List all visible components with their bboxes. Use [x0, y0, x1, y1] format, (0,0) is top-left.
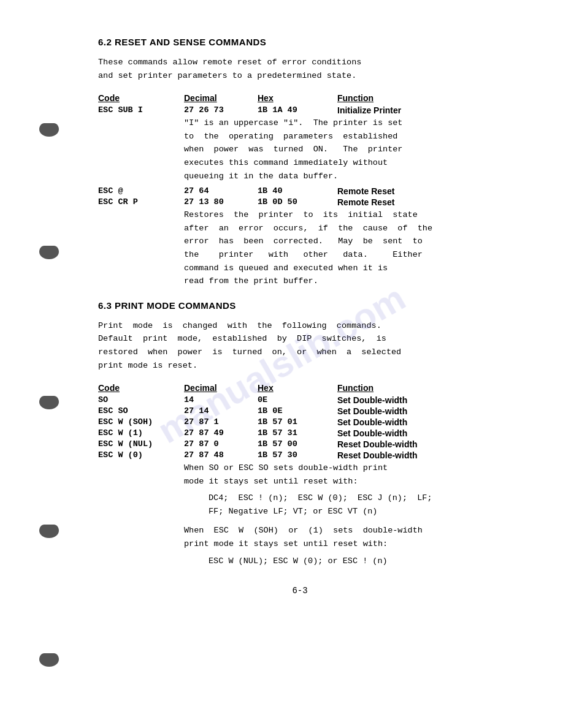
col-header-function-2: Function	[337, 383, 502, 393]
code-cell-esc-cr-p: ESC CR P	[98, 197, 184, 207]
code-cell-esc-w-nul: ESC W (NUL)	[98, 439, 184, 449]
hex-cell-esc-w-1: 1B 57 31	[258, 428, 337, 438]
thumb-icon-4	[37, 521, 61, 539]
hex-cell-esc-w-soh: 1B 57 01	[258, 417, 337, 427]
code-cell-esc-sub-i: ESC SUB I	[98, 105, 184, 115]
decimal-cell-esc-sub-i: 27 26 73	[184, 105, 258, 115]
table-row: ESC W (SOH) 27 87 1 1B 57 01 Set Double-…	[98, 417, 502, 427]
col-header-function-1: Function	[337, 93, 502, 103]
code-cell-esc-w-soh: ESC W (SOH)	[98, 417, 184, 427]
decimal-cell-esc-w-soh: 27 87 1	[184, 417, 258, 427]
section-62-title: 6.2 RESET AND SENSE COMMANDS	[98, 37, 502, 47]
table-1-header: Code Decimal Hex Function	[98, 93, 502, 103]
section-63-intro: Print mode is changed with the following…	[98, 319, 502, 372]
hex-cell-esc-w-0: 1B 57 30	[258, 450, 337, 460]
thumb-icon-3	[37, 392, 61, 411]
table-row: ESC SUB I 27 26 73 1B 1A 49 Initialize P…	[98, 105, 502, 115]
function-cell-esc-w-1: Set Double-width	[337, 428, 502, 438]
page-number: 6-3	[98, 586, 502, 596]
code-cell-esc-so: ESC SO	[98, 406, 184, 415]
desc-esc-sub-i: "I" is an uppercase "i". The printer is …	[184, 116, 502, 183]
table-row: ESC @ 27 64 1B 40 Remote Reset	[98, 186, 502, 196]
code-cell-esc-at: ESC @	[98, 186, 184, 195]
function-cell-esc-w-soh: Set Double-width	[337, 417, 502, 427]
table-2-header: Code Decimal Hex Function	[98, 383, 502, 393]
desc-so-reset-list: DC4; ESC ! (n); ESC W (0); ESC J (n); LF…	[209, 491, 502, 518]
page: manualslib.com 6.2 RESET AND SENSE COMMA…	[0, 0, 563, 632]
col-header-hex-1: Hex	[258, 93, 337, 103]
table-row: ESC W (0) 27 87 48 1B 57 30 Reset Double…	[98, 450, 502, 460]
desc-esc-remote-reset: Restores the printer to its initial stat…	[184, 208, 502, 288]
desc-esc-w-reset-list: ESC W (NUL); ESC W (0); or ESC ! (n)	[209, 555, 502, 568]
table-row: ESC W (1) 27 87 49 1B 57 31 Set Double-w…	[98, 428, 502, 438]
decimal-cell-esc-cr-p: 27 13 80	[184, 197, 258, 207]
hex-cell-esc-w-nul: 1B 57 00	[258, 439, 337, 449]
table-row: SO 14 0E Set Double-width	[98, 395, 502, 405]
function-cell-esc-w-0: Reset Double-width	[337, 450, 502, 460]
desc-esc-w-soh-1: When ESC W (SOH) or (1) sets double-widt…	[184, 524, 502, 550]
hex-cell-esc-at: 1B 40	[258, 186, 337, 195]
hex-cell-so: 0E	[258, 395, 337, 404]
col-header-decimal-2: Decimal	[184, 383, 258, 393]
section-62-intro: These commands allow remote reset of err…	[98, 56, 502, 82]
table-2: Code Decimal Hex Function SO 14 0E Set D…	[98, 383, 502, 567]
code-cell-esc-w-0: ESC W (0)	[98, 450, 184, 460]
decimal-cell-esc-so: 27 14	[184, 406, 258, 415]
decimal-cell-esc-at: 27 64	[184, 186, 258, 195]
table-1: Code Decimal Hex Function ESC SUB I 27 2…	[98, 93, 502, 288]
decimal-cell-esc-w-1: 27 87 49	[184, 428, 258, 438]
hex-cell-esc-so: 1B 0E	[258, 406, 337, 415]
table-row: ESC CR P 27 13 80 1B 0D 50 Remote Reset	[98, 197, 502, 207]
function-cell-esc-w-nul: Reset Double-width	[337, 439, 502, 449]
col-header-decimal-1: Decimal	[184, 93, 258, 103]
table-row: ESC SO 27 14 1B 0E Set Double-width	[98, 406, 502, 416]
section-63-title: 6.3 PRINT MODE COMMANDS	[98, 300, 502, 311]
col-header-hex-2: Hex	[258, 383, 337, 393]
decimal-cell-esc-w-0: 27 87 48	[184, 450, 258, 460]
decimal-cell-so: 14	[184, 395, 258, 404]
hex-cell-esc-cr-p: 1B 0D 50	[258, 197, 337, 207]
function-cell-esc-at: Remote Reset	[337, 186, 502, 196]
section-62: 6.2 RESET AND SENSE COMMANDS These comma…	[98, 37, 502, 288]
function-cell-esc-cr-p: Remote Reset	[337, 197, 502, 207]
section-63: 6.3 PRINT MODE COMMANDS Print mode is ch…	[98, 300, 502, 568]
code-cell-esc-w-1: ESC W (1)	[98, 428, 184, 438]
thumb-icon-1	[37, 119, 61, 138]
col-header-code-2: Code	[98, 383, 184, 393]
function-cell-esc-so: Set Double-width	[337, 406, 502, 416]
function-cell-so: Set Double-width	[337, 395, 502, 405]
thumb-icon-2	[37, 242, 61, 260]
hex-cell-esc-sub-i: 1B 1A 49	[258, 105, 337, 115]
function-cell-esc-sub-i: Initialize Printer	[337, 105, 502, 115]
col-header-code-1: Code	[98, 93, 184, 103]
code-cell-so: SO	[98, 395, 184, 404]
thumb-icon-5	[37, 650, 61, 668]
decimal-cell-esc-w-nul: 27 87 0	[184, 439, 258, 449]
desc-so-esc-so: When SO or ESC SO sets double-width prin…	[184, 461, 502, 488]
table-row: ESC W (NUL) 27 87 0 1B 57 00 Reset Doubl…	[98, 439, 502, 449]
